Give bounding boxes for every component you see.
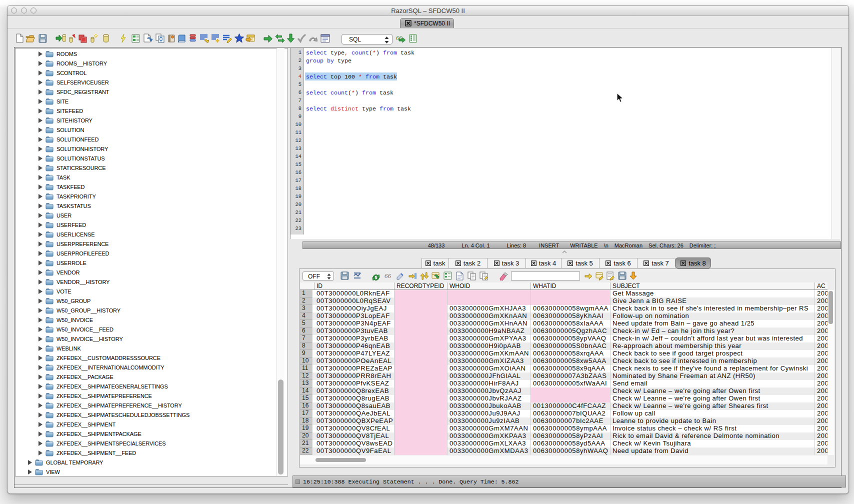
svg-text:66: 66: [384, 272, 392, 280]
